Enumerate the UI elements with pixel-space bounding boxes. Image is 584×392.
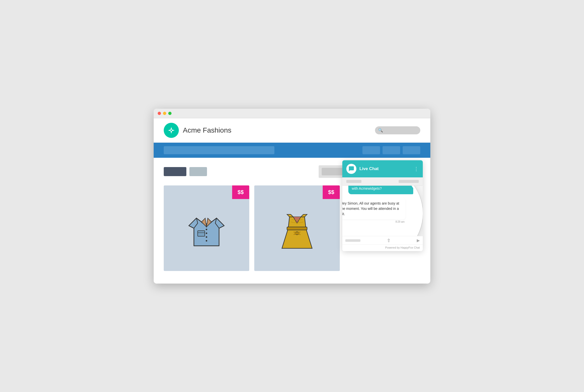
svg-point-6	[206, 240, 207, 242]
product-card-shirt[interactable]: $$	[164, 185, 249, 271]
traffic-light-green[interactable]	[168, 112, 172, 115]
svg-point-5	[206, 236, 207, 238]
nav-buttons	[362, 146, 420, 154]
site-header: Acme Fashions 🔍	[154, 118, 430, 143]
chat-scroll-up[interactable]: ⇧	[387, 238, 391, 243]
chat-header: Live Chat ⋮	[342, 160, 423, 177]
chat-blur-text-1	[346, 180, 361, 183]
browser-titlebar	[154, 109, 430, 118]
svg-rect-7	[287, 227, 307, 230]
chat-widget: Live Chat ⋮ Can I integrate my Pomodoro …	[342, 160, 423, 251]
chat-body: Can I integrate my Pomodoro data with Ac…	[342, 177, 423, 236]
chat-messages-area: Can I integrate my Pomodoro data with Ac…	[342, 186, 423, 236]
nav-button-2[interactable]	[383, 146, 400, 154]
search-icon: 🔍	[378, 128, 383, 133]
chat-scroll-right[interactable]: ▶	[417, 238, 420, 243]
dress-illustration	[272, 203, 322, 253]
header-search[interactable]: 🔍	[375, 126, 420, 134]
chat-more-icon[interactable]: ⋮	[414, 166, 419, 172]
nav-bar	[154, 143, 430, 158]
chat-title: Live Chat	[359, 166, 411, 171]
chat-blur-text-2	[399, 180, 419, 183]
main-content: $$	[154, 158, 430, 284]
product-card-inner-shirt: $$	[164, 185, 249, 271]
product-card-inner-dress: $$	[254, 185, 340, 271]
chat-blur-row	[342, 177, 423, 186]
filter-btn-list[interactable]	[164, 167, 186, 176]
filter-left	[164, 167, 207, 176]
nav-button-3[interactable]	[403, 146, 420, 154]
price-badge-dress: $$	[323, 185, 340, 199]
chat-footer: Powered by HappyFox Chat	[342, 244, 423, 251]
traffic-light-red[interactable]	[158, 112, 161, 115]
svg-point-4	[206, 232, 207, 234]
nav-search-placeholder[interactable]	[164, 146, 274, 154]
chat-messages	[342, 186, 423, 236]
logo-area: Acme Fashions	[164, 123, 231, 138]
price-badge-shirt: $$	[232, 185, 249, 199]
logo-icon	[164, 123, 179, 138]
filter-btn-grid[interactable]	[189, 167, 207, 176]
svg-rect-2	[198, 231, 205, 236]
chat-avatar	[346, 164, 356, 174]
svg-point-1	[171, 130, 172, 131]
site-title: Acme Fashions	[183, 126, 231, 134]
browser-window: Acme Fashions 🔍	[154, 109, 430, 284]
product-card-dress[interactable]: $$	[254, 185, 340, 271]
nav-button-1[interactable]	[362, 146, 380, 154]
svg-point-3	[206, 229, 207, 230]
powered-by-text: Powered by HappyFox Chat	[385, 246, 420, 249]
shirt-illustration	[181, 203, 232, 253]
traffic-light-yellow[interactable]	[163, 112, 166, 115]
chat-input-placeholder[interactable]	[345, 239, 360, 242]
